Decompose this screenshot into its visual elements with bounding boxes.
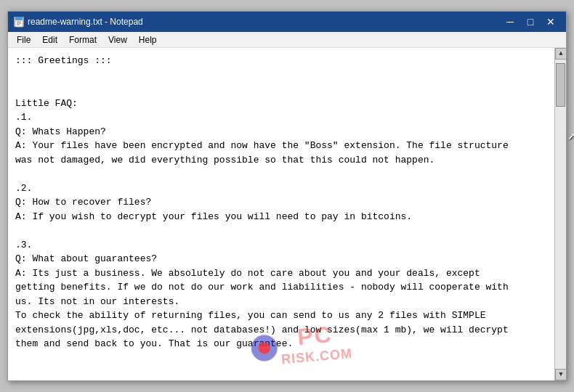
mouse-cursor: ↗ [567,127,574,143]
scroll-down-button[interactable]: ▼ [555,369,566,380]
scrollbar-track[interactable] [555,60,566,369]
scroll-up-button[interactable]: ▲ [555,48,566,60]
menu-bar: File Edit Format View Help [8,32,566,48]
menu-help[interactable]: Help [133,33,163,46]
notepad-window: readme-warning.txt - Notepad ─ □ ✕ File … [7,11,567,381]
close-button[interactable]: ✕ [541,15,560,28]
title-bar: readme-warning.txt - Notepad ─ □ ✕ [8,12,566,32]
menu-edit[interactable]: Edit [36,33,63,46]
scrollbar: ▲ ▼ [554,48,566,380]
minimize-button[interactable]: ─ [501,15,520,28]
menu-format[interactable]: Format [63,33,102,46]
svg-rect-1 [15,17,23,20]
app-icon [14,17,24,27]
maximize-button[interactable]: □ [521,15,540,28]
window-controls: ─ □ ✕ [501,15,560,28]
window-title: readme-warning.txt - Notepad [28,17,501,27]
text-editor[interactable]: ::: Greetings ::: Little FAQ: .1. Q: Wha… [8,48,554,380]
text-wrapper: ::: Greetings ::: Little FAQ: .1. Q: Wha… [8,48,554,380]
scrollbar-thumb[interactable] [556,63,565,107]
content-area: ::: Greetings ::: Little FAQ: .1. Q: Wha… [8,48,566,380]
menu-file[interactable]: File [11,33,36,46]
menu-view[interactable]: View [102,33,133,46]
